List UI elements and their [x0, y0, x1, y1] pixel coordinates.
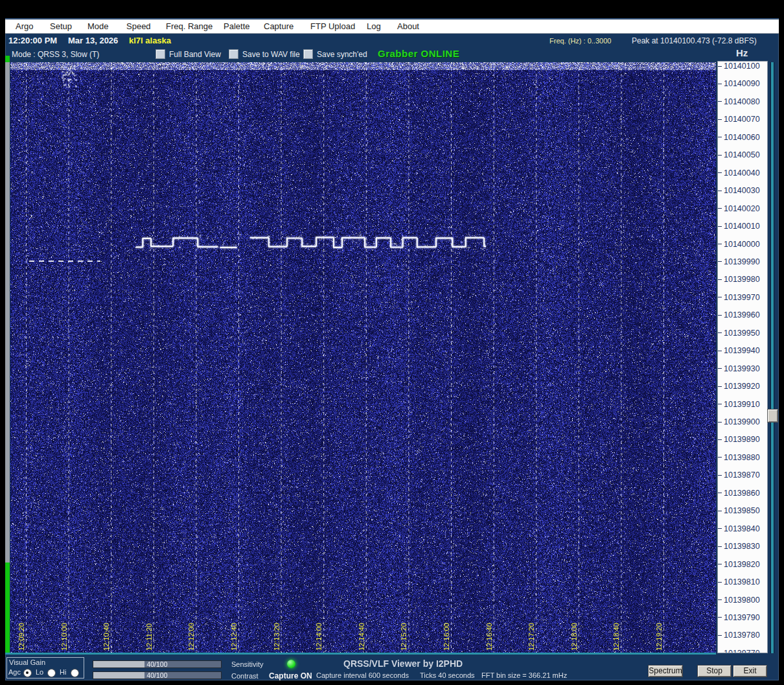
- freq-tick-label: 10139880: [724, 453, 760, 462]
- freq-tick-mark: [718, 297, 722, 297]
- freq-tick-label: 10139870: [724, 470, 760, 480]
- callsign-label: kl7l alaska: [129, 36, 171, 45]
- freq-tick-label: 10139860: [724, 489, 760, 498]
- checkbox-group-full-band-view: Full Band View: [156, 49, 221, 59]
- freq-tick-mark: [718, 261, 722, 262]
- clock-readout: 12:20:00 PM: [8, 36, 57, 45]
- checkbox-group-save-synch-ed: Save synch'ed: [303, 49, 367, 59]
- freq-tick-label: 10139990: [724, 257, 760, 266]
- menu-item-log[interactable]: Log: [367, 21, 381, 31]
- capture-progress-top-marker: [5, 56, 10, 62]
- freq-tick-mark: [718, 475, 722, 476]
- freq-tick-row: 10139860: [718, 488, 760, 498]
- freq-tick-label: 10140060: [724, 133, 760, 142]
- freq-tick-row: 10139950: [718, 328, 760, 338]
- menu-item-ftp-upload[interactable]: FTP Upload: [310, 21, 355, 31]
- menu-item-capture[interactable]: Capture: [264, 21, 294, 31]
- menu-item-mode[interactable]: Mode: [87, 21, 109, 31]
- menu-item-about[interactable]: About: [397, 21, 419, 31]
- freq-tick-mark: [718, 351, 722, 351]
- freq-tick-label: 10139810: [724, 577, 760, 586]
- freq-tick-mark: [718, 635, 722, 636]
- freq-tick-row: 10139960: [718, 310, 760, 320]
- footer-separator: [5, 653, 716, 655]
- freq-tick-mark: [718, 439, 722, 440]
- menu-item-speed[interactable]: Speed: [126, 21, 151, 31]
- freq-tick-label: 10140030: [724, 186, 760, 195]
- sensitivity-slider[interactable]: 40/100: [93, 660, 222, 668]
- freq-tick-label: 10140080: [724, 97, 760, 106]
- fft-bin-info: FFT bin size = 366.21 mHz: [481, 671, 567, 679]
- sensitivity-label: Sensitivity: [231, 660, 264, 668]
- freq-tick-row: 10139810: [718, 577, 760, 587]
- sensitivity-slider-value: 40/100: [93, 661, 221, 668]
- button-spectrum[interactable]: Spectrum: [648, 665, 683, 677]
- freq-tick-row: 10139910: [718, 399, 760, 410]
- freq-tick-mark: [718, 386, 722, 387]
- freq-tick-label: 10139780: [724, 631, 760, 640]
- app-title: QRSS/VLF Viewer by I2PHD: [343, 658, 463, 669]
- freq-tick-label: 10139970: [724, 293, 760, 302]
- freq-tick-label: 10139910: [724, 400, 760, 409]
- freq-tick-row: 10139900: [718, 417, 760, 427]
- hz-unit-label: Hz: [736, 47, 748, 58]
- checkbox-label-full-band-view: Full Band View: [169, 50, 221, 59]
- freq-tick-mark: [718, 137, 722, 137]
- checkbox-save-to-wav-file[interactable]: [229, 49, 238, 59]
- radio-agc[interactable]: [23, 669, 32, 677]
- freq-tick-row: 10139890: [718, 434, 760, 445]
- checkbox-full-band-view[interactable]: [156, 49, 165, 59]
- freq-tick-label: 10140050: [724, 150, 760, 159]
- capture-status: Capture ON: [269, 671, 312, 680]
- freq-tick-label: 10139930: [724, 364, 760, 373]
- freq-tick-label: 10139830: [724, 542, 760, 551]
- checkbox-label-save-synch-ed: Save synch'ed: [317, 50, 367, 59]
- menu-item-palette[interactable]: Palette: [224, 21, 249, 31]
- menu-item-freq-range[interactable]: Freq. Range: [166, 21, 213, 31]
- freq-tick-label: 10139900: [724, 417, 760, 426]
- frequency-scale: 1014010010140090101400801014007010140060…: [717, 61, 768, 653]
- menu-item-setup[interactable]: Setup: [50, 21, 72, 31]
- freq-tick-row: 10139840: [718, 524, 760, 534]
- freq-tick-mark: [718, 422, 722, 423]
- freq-tick-mark: [718, 493, 722, 493]
- freq-tick-mark: [718, 172, 722, 173]
- freq-tick-mark: [718, 528, 722, 529]
- freq-tick-mark: [718, 404, 722, 404]
- freq-tick-row: 10139980: [718, 274, 760, 284]
- checkbox-save-synch-ed[interactable]: [303, 49, 313, 59]
- radio-label-agc: Agc: [8, 668, 21, 676]
- mode-status-label: Mode : QRSS 3, Slow (T): [12, 50, 99, 59]
- freq-tick-label: 10139980: [724, 275, 760, 284]
- freq-tick-mark: [718, 119, 722, 120]
- freq-tick-row: 10140020: [718, 203, 760, 214]
- contrast-slider[interactable]: 40/100: [93, 671, 222, 679]
- menu-item-argo[interactable]: Argo: [16, 21, 33, 31]
- radio-lo[interactable]: [47, 669, 56, 677]
- contrast-label: Contrast: [231, 672, 259, 680]
- freq-tick-row: 10139940: [718, 345, 760, 356]
- peak-readout: Peak at 10140100.473 (-72.8 dBFS): [632, 36, 757, 45]
- freq-tick-row: 10139970: [718, 292, 760, 303]
- freq-tick-label: 10140070: [724, 115, 760, 124]
- freq-tick-label: 10140020: [724, 204, 760, 213]
- freq-tick-row: 10139770: [718, 648, 760, 653]
- freq-tick-mark: [718, 582, 722, 583]
- button-stop[interactable]: Stop: [697, 665, 732, 677]
- freq-tick-row: 10140070: [718, 114, 760, 124]
- freq-tick-mark: [718, 599, 722, 600]
- freq-tick-mark: [718, 279, 722, 280]
- button-exit[interactable]: Exit: [733, 665, 767, 677]
- frequency-offset-track: [771, 62, 774, 653]
- frequency-offset-thumb[interactable]: [767, 409, 778, 423]
- freq-tick-row: 10139990: [718, 257, 760, 267]
- radio-hi[interactable]: [71, 669, 79, 677]
- freq-tick-mark: [718, 84, 722, 84]
- argo-application-window: ArgoSetupModeSpeedFreq. RangePaletteCapt…: [0, 0, 784, 685]
- freq-tick-mark: [718, 617, 722, 618]
- freq-tick-row: 10139830: [718, 541, 760, 551]
- freq-tick-mark: [718, 653, 722, 653]
- visual-gain-title: Visual Gain: [9, 658, 45, 666]
- freq-tick-row: 10140030: [718, 185, 760, 196]
- waterfall-spectrogram: [10, 62, 716, 653]
